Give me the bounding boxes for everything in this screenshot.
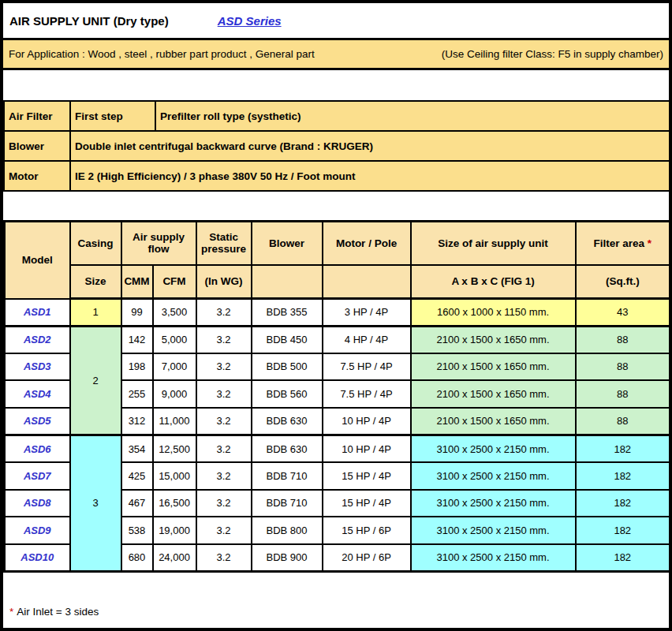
- spec-table: Air Filter First step Prefilter roll typ…: [3, 100, 670, 192]
- spec-row-air-filter: Air Filter First step Prefilter roll typ…: [4, 101, 670, 131]
- spec-value: Prefilter roll type (systhetic): [155, 101, 670, 131]
- cfm-cell: 3,500: [153, 299, 196, 327]
- static-cell: 3.2: [196, 517, 252, 544]
- spec-label: Motor: [4, 161, 70, 191]
- static-cell: 3.2: [196, 408, 252, 435]
- size-cell: 3100 x 2500 x 2150 mm.: [411, 462, 576, 490]
- model-cell: ASD5: [5, 408, 70, 435]
- size-cell: 3100 x 2500 x 2150 mm.: [411, 517, 576, 544]
- casing-header: Casing: [70, 222, 121, 265]
- cmm-cell: 425: [121, 462, 153, 490]
- spec-label: Blower: [4, 131, 70, 161]
- model-cell: ASD3: [5, 353, 70, 381]
- cmm-cell: 680: [121, 544, 153, 572]
- blower-subheader-empty: [252, 265, 323, 299]
- spacer: [3, 192, 669, 220]
- cmm-cell: 354: [121, 435, 153, 462]
- motor-cell: 10 HP / 4P: [323, 435, 411, 462]
- cfm-cell: 12,500: [153, 435, 196, 462]
- static-pressure-header: Static pressure: [196, 222, 252, 265]
- footnote-text: Air Inlet = 3 sides: [17, 606, 99, 618]
- model-cell: ASD10: [5, 544, 70, 572]
- static-cell: 3.2: [196, 435, 252, 462]
- page-title: AIR SUPPLY UNIT (Dry type): [9, 14, 169, 28]
- blower-cell: BDB 800: [252, 517, 323, 544]
- model-table: Model Casing Air supply flow Static pres…: [3, 220, 671, 573]
- model-cell: ASD9: [5, 517, 70, 544]
- spec-row-blower: Blower Double inlet centrifugal backward…: [4, 131, 670, 161]
- cfm-cell: 19,000: [153, 517, 196, 544]
- static-cell: 3.2: [196, 490, 252, 517]
- series-link[interactable]: ASD Series: [218, 14, 282, 28]
- model-cell: ASD4: [5, 380, 70, 408]
- cmm-cell: 198: [121, 353, 153, 381]
- blower-cell: BDB 900: [252, 544, 323, 572]
- filter-area-cell: 43: [576, 299, 670, 327]
- model-cell: ASD8: [5, 490, 70, 517]
- static-cell: 3.2: [196, 462, 252, 490]
- cmm-cell: 467: [121, 490, 153, 517]
- cmm-cell: 538: [121, 517, 153, 544]
- static-cell: 3.2: [196, 353, 252, 381]
- cfm-cell: 9,000: [153, 380, 196, 408]
- motor-cell: 15 HP / 4P: [323, 490, 411, 517]
- cfm-subheader: CFM: [153, 265, 196, 299]
- blower-cell: BDB 355: [252, 299, 323, 327]
- blower-cell: BDB 450: [252, 326, 323, 353]
- cmm-cell: 312: [121, 408, 153, 435]
- spec-label: Air Filter: [4, 101, 70, 131]
- cfm-cell: 16,500: [153, 490, 196, 517]
- static-cell: 3.2: [196, 299, 252, 327]
- spec-row-motor: Motor IE 2 (High Efficiency) / 3 phase 3…: [4, 161, 670, 191]
- motor-cell: 15 HP / 6P: [323, 517, 411, 544]
- model-cell: ASD2: [5, 326, 70, 353]
- footnote-asterisk: *: [9, 606, 13, 618]
- filter-area-cell: 182: [576, 490, 670, 517]
- filter-area-cell: 88: [576, 380, 670, 408]
- motor-cell: 4 HP / 4P: [323, 326, 411, 353]
- cmm-cell: 99: [121, 299, 153, 327]
- blower-cell: BDB 630: [252, 435, 323, 462]
- filter-area-cell: 182: [576, 517, 670, 544]
- size-formula-subheader: A x B x C (FIG 1): [411, 265, 576, 299]
- size-cell: 3100 x 2500 x 2150 mm.: [411, 544, 576, 572]
- motor-subheader-empty: [323, 265, 411, 299]
- cfm-cell: 7,000: [153, 353, 196, 381]
- size-cell: 3100 x 2500 x 2150 mm.: [411, 435, 576, 462]
- motor-cell: 7.5 HP / 4P: [323, 353, 411, 381]
- filter-area-asterisk: *: [648, 237, 651, 249]
- filter-area-cell: 88: [576, 353, 670, 381]
- cmm-cell: 142: [121, 326, 153, 353]
- motor-cell: 15 HP / 4P: [323, 462, 411, 490]
- cfm-cell: 15,000: [153, 462, 196, 490]
- ceiling-filter-note: (Use Ceiling filter Class: F5 in supply …: [442, 48, 663, 60]
- filter-area-header: Filter area *: [576, 222, 670, 265]
- title-bar: AIR SUPPLY UNIT (Dry type) ASD Series: [3, 3, 669, 40]
- casing-cell: 2: [70, 326, 121, 435]
- table-row-asd6: ASD6 3 354 12,500 3.2 BDB 630 10 HP / 4P…: [5, 435, 670, 462]
- motor-cell: 3 HP / 4P: [323, 299, 411, 327]
- spec-sheet: AIR SUPPLY UNIT (Dry type) ASD Series Fo…: [0, 0, 672, 631]
- air-supply-flow-header: Air supply flow: [121, 222, 196, 265]
- filter-area-cell: 88: [576, 326, 670, 353]
- header-row-1: Model Casing Air supply flow Static pres…: [5, 222, 670, 265]
- filter-area-cell: 182: [576, 462, 670, 490]
- spacer: [3, 70, 669, 100]
- filter-area-cell: 88: [576, 408, 670, 435]
- static-cell: 3.2: [196, 380, 252, 408]
- blower-cell: BDB 710: [252, 462, 323, 490]
- size-cell: 2100 x 1500 x 1650 mm.: [411, 408, 576, 435]
- model-cell: ASD6: [5, 435, 70, 462]
- cfm-cell: 24,000: [153, 544, 196, 572]
- motor-cell: 7.5 HP / 4P: [323, 380, 411, 408]
- casing-cell: 3: [70, 435, 121, 571]
- application-banner: For Application : Wood , steel , rubber …: [3, 40, 669, 70]
- spec-value: IE 2 (High Efficiency) / 3 phase 380V 50…: [70, 161, 670, 191]
- spec-sublabel: First step: [70, 101, 155, 131]
- casing-size-subheader: Size: [70, 265, 121, 299]
- sqft-subheader: (Sq.ft.): [576, 265, 670, 299]
- static-cell: 3.2: [196, 326, 252, 353]
- size-cell: 3100 x 2500 x 2150 mm.: [411, 490, 576, 517]
- blower-cell: BDB 560: [252, 380, 323, 408]
- cmm-subheader: CMM: [121, 265, 153, 299]
